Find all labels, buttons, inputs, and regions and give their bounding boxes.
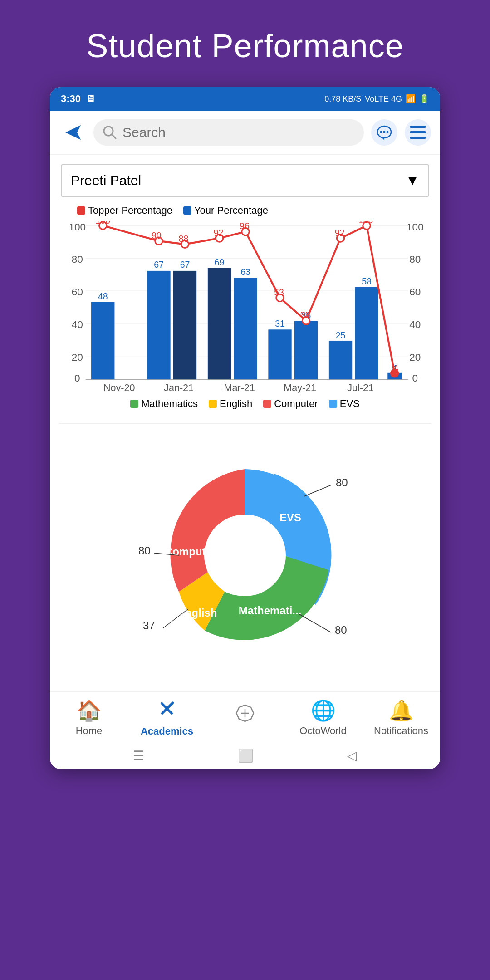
your-legend-dot [183, 206, 191, 215]
signal-icon: 📶 [406, 94, 416, 104]
topper-legend-dot [77, 206, 85, 215]
search-input[interactable] [122, 125, 355, 140]
svg-text:92: 92 [335, 228, 345, 238]
svg-text:69: 69 [215, 257, 225, 267]
evs-label: EVS [279, 511, 301, 524]
svg-text:38: 38 [300, 310, 310, 320]
bar-jul21b [355, 287, 378, 379]
status-time: 3:30 [61, 93, 81, 105]
android-home-icon[interactable]: ⬜ [238, 748, 254, 763]
svg-text:92: 92 [214, 228, 224, 238]
svg-text:0: 0 [412, 372, 418, 384]
svg-text:May-21: May-21 [284, 382, 316, 393]
svg-text:100: 100 [358, 221, 373, 225]
svg-point-5 [387, 131, 389, 133]
network-speed: 0.78 KB/S [324, 94, 361, 104]
android-nav-bar: ☰ ⬜ ◁ [50, 742, 440, 769]
status-bar: 3:30 🖥 0.78 KB/S VoLTE 4G 📶 🔋 [50, 87, 440, 111]
svg-text:40: 40 [409, 319, 421, 330]
nav-academics-label: Academics [141, 725, 193, 737]
svg-text:60: 60 [72, 286, 83, 298]
nav-academics[interactable]: Academics [140, 698, 194, 737]
topper-legend-label: Topper Percentage [88, 205, 172, 216]
math-value: 80 [335, 624, 347, 636]
svg-text:Jul-21: Jul-21 [347, 382, 374, 393]
network-type: VoLTE 4G [365, 94, 402, 104]
home-icon: 🏠 [77, 699, 102, 722]
svg-text:88: 88 [179, 234, 189, 244]
svg-text:53: 53 [274, 287, 284, 297]
computer-label: Compute... [165, 545, 221, 558]
back-button[interactable] [59, 119, 86, 146]
nav-octoworld-label: OctoWorld [299, 725, 347, 737]
svg-text:Jan-21: Jan-21 [164, 382, 194, 393]
status-screen-icon: 🖥 [85, 93, 95, 105]
donut-chart-section: EVS Mathemati... English Compute... 80 8… [50, 424, 440, 691]
menu-icon [410, 126, 426, 139]
menu-button[interactable] [405, 119, 431, 146]
nav-octoplus[interactable] [218, 703, 272, 733]
svg-rect-7 [410, 131, 426, 133]
svg-text:58: 58 [362, 276, 372, 286]
phone-frame: 3:30 🖥 0.78 KB/S VoLTE 4G 📶 🔋 [50, 87, 440, 769]
notifications-icon: 🔔 [389, 699, 414, 722]
bar-jan21b [173, 271, 196, 379]
math-annotation-line [299, 614, 331, 632]
bar-may21a [268, 329, 291, 379]
search-icon [103, 125, 117, 140]
svg-text:80: 80 [72, 254, 83, 265]
svg-text:60: 60 [409, 286, 421, 298]
svg-text:96: 96 [240, 221, 250, 231]
english-legend-label: English [220, 398, 252, 410]
page-title: Student Performance [68, 0, 421, 87]
svg-text:25: 25 [336, 330, 346, 340]
computer-legend-dot [263, 400, 271, 408]
svg-text:Mar-21: Mar-21 [224, 382, 255, 393]
svg-rect-6 [410, 126, 426, 128]
svg-text:20: 20 [72, 352, 83, 363]
student-dropdown[interactable]: Preeti Patel ▼ [61, 164, 429, 197]
nav-octoworld[interactable]: 🌐 OctoWorld [296, 699, 350, 737]
octoplus-icon [234, 703, 256, 730]
android-back-icon[interactable]: ◁ [347, 748, 357, 763]
svg-text:100: 100 [69, 221, 86, 233]
subject-legend: Mathematics English Computer EVS [59, 393, 431, 419]
bar-chart-area: Topper Percentage Your Percentage 100 80… [50, 197, 440, 423]
nav-notifications[interactable]: 🔔 Notifications [374, 699, 428, 737]
nav-notifications-label: Notifications [374, 725, 428, 737]
chat-button[interactable] [371, 119, 397, 146]
bar-jan21a [147, 271, 170, 379]
math-label: Mathemati... [239, 604, 302, 617]
english-value: 37 [143, 619, 155, 632]
svg-point-4 [383, 131, 386, 133]
math-legend-label: Mathematics [141, 398, 198, 410]
bottom-nav: 🏠 Home Academics [50, 691, 440, 742]
your-legend-label: Your Percentage [194, 205, 268, 216]
evs-legend-label: EVS [340, 398, 360, 410]
bar-mar21a [208, 268, 231, 379]
evs-legend-dot [329, 400, 337, 408]
student-dropdown-section: Preeti Patel ▼ [50, 155, 440, 197]
search-bar[interactable] [93, 119, 364, 146]
svg-text:80: 80 [409, 254, 421, 265]
student-name: Preeti Patel [71, 173, 141, 188]
android-menu-icon[interactable]: ☰ [133, 748, 144, 763]
chart-legend: Topper Percentage Your Percentage [77, 205, 431, 216]
svg-text:48: 48 [98, 291, 108, 301]
bar-mar21b [234, 278, 257, 379]
donut-chart-svg: EVS Mathemati... English Compute... 80 8… [109, 437, 381, 682]
computer-legend-label: Computer [274, 398, 318, 410]
nav-home[interactable]: 🏠 Home [62, 699, 116, 737]
math-legend-dot [130, 400, 138, 408]
svg-text:63: 63 [240, 267, 250, 277]
english-legend-dot [209, 400, 217, 408]
svg-text:Nov-20: Nov-20 [103, 382, 135, 393]
bar-jul21a [329, 341, 352, 379]
chat-icon [376, 124, 392, 141]
svg-point-0 [104, 127, 113, 136]
bar-nov20 [91, 302, 114, 379]
svg-line-1 [112, 135, 116, 139]
academics-icon [157, 698, 177, 723]
svg-text:100: 100 [407, 221, 424, 233]
svg-text:67: 67 [180, 260, 190, 270]
